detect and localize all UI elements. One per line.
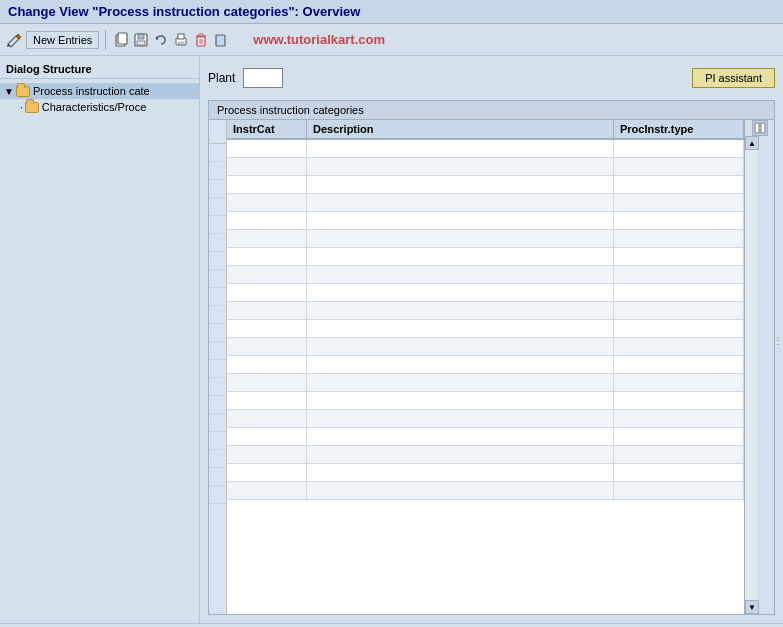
new-entries-label: New Entries — [33, 34, 92, 46]
table-cell — [614, 284, 744, 301]
svg-rect-13 — [216, 35, 225, 46]
table-row[interactable] — [227, 446, 744, 464]
table-cell — [227, 356, 307, 373]
row-selector[interactable] — [209, 216, 226, 234]
save-icon[interactable] — [133, 32, 149, 48]
table-row[interactable] — [227, 140, 744, 158]
table-row[interactable] — [227, 266, 744, 284]
pi-assistant-button[interactable]: PI assistant — [692, 68, 775, 88]
scroll-down-button[interactable]: ▼ — [745, 600, 759, 614]
main-area: Dialog Structure ▼ Process instruction c… — [0, 56, 783, 623]
table-cell — [227, 482, 307, 499]
sidebar-title: Dialog Structure — [0, 60, 199, 79]
table-row[interactable] — [227, 212, 744, 230]
print-icon[interactable] — [173, 32, 189, 48]
row-selector[interactable] — [209, 324, 226, 342]
svg-rect-1 — [118, 33, 127, 44]
row-selector[interactable] — [209, 360, 226, 378]
svg-rect-7 — [178, 42, 184, 44]
table-cell — [614, 140, 744, 157]
row-selector[interactable] — [209, 198, 226, 216]
table-row[interactable] — [227, 356, 744, 374]
table-row[interactable] — [227, 428, 744, 446]
table-row[interactable] — [227, 230, 744, 248]
table-row[interactable] — [227, 248, 744, 266]
undo-icon[interactable] — [153, 32, 169, 48]
row-selector[interactable] — [209, 270, 226, 288]
pencil-icon — [6, 32, 22, 48]
row-selector[interactable] — [209, 378, 226, 396]
row-selector[interactable] — [209, 180, 226, 198]
table-cell — [227, 284, 307, 301]
table-cell — [307, 428, 614, 445]
table-row[interactable] — [227, 320, 744, 338]
row-selector[interactable] — [209, 486, 226, 504]
copy-icon[interactable] — [113, 32, 129, 48]
table-scrollbar[interactable]: ▲ ▼ — [745, 136, 759, 614]
svg-rect-4 — [137, 41, 145, 45]
toolbar: New Entries www.tutorialkart.com — [0, 24, 783, 56]
table-row[interactable] — [227, 482, 744, 500]
table-cell — [614, 428, 744, 445]
table-row[interactable] — [227, 302, 744, 320]
row-selector[interactable] — [209, 306, 226, 324]
table-cell — [227, 176, 307, 193]
new-entries-button[interactable]: New Entries — [26, 31, 99, 49]
table-cell — [227, 212, 307, 229]
row-selector[interactable] — [209, 342, 226, 360]
row-selector[interactable] — [209, 144, 226, 162]
svg-rect-10 — [199, 34, 203, 36]
plant-label: Plant — [208, 71, 235, 85]
sidebar-item-characteristics[interactable]: · Characteristics/Proce — [0, 99, 199, 115]
table-cell — [614, 392, 744, 409]
table-cell — [227, 194, 307, 211]
table-cell — [227, 140, 307, 157]
table-cell — [614, 176, 744, 193]
row-selector[interactable] — [209, 432, 226, 450]
table-cell — [307, 248, 614, 265]
plant-input[interactable] — [243, 68, 283, 88]
table-row[interactable] — [227, 338, 744, 356]
table-row[interactable] — [227, 158, 744, 176]
delete-icon[interactable] — [193, 32, 209, 48]
table-cell — [614, 410, 744, 427]
table-header: InstrCat Description ProcInstr.type — [227, 120, 744, 140]
table-row[interactable] — [227, 410, 744, 428]
row-selector[interactable] — [209, 252, 226, 270]
table-row[interactable] — [227, 194, 744, 212]
table-cell — [307, 410, 614, 427]
table-row[interactable] — [227, 176, 744, 194]
row-selector[interactable] — [209, 396, 226, 414]
sidebar-item-label-1: Process instruction cate — [33, 85, 150, 97]
table-cell — [307, 176, 614, 193]
col-instrcat-header: InstrCat — [227, 120, 307, 138]
column-chooser-button[interactable] — [752, 120, 768, 136]
row-selector[interactable] — [209, 414, 226, 432]
table-cell — [227, 302, 307, 319]
table-row[interactable] — [227, 464, 744, 482]
row-selector[interactable] — [209, 450, 226, 468]
table-cell — [227, 266, 307, 283]
sidebar-item-process-instruction[interactable]: ▼ Process instruction cate — [0, 83, 199, 99]
row-selector[interactable] — [209, 234, 226, 252]
row-selector[interactable] — [209, 468, 226, 486]
row-selector[interactable] — [209, 288, 226, 306]
table-cell — [307, 266, 614, 283]
table-row[interactable] — [227, 392, 744, 410]
table-cell — [307, 158, 614, 175]
separator1 — [105, 30, 107, 50]
table-row[interactable] — [227, 284, 744, 302]
row-selector[interactable] — [209, 162, 226, 180]
table-cell — [307, 302, 614, 319]
table-row[interactable] — [227, 374, 744, 392]
scroll-up-button[interactable]: ▲ — [745, 136, 759, 150]
svg-rect-14 — [755, 123, 759, 133]
table-cell — [614, 464, 744, 481]
watermark-text: www.tutorialkart.com — [253, 32, 385, 47]
table-cell — [614, 338, 744, 355]
table-cell — [614, 446, 744, 463]
table-cell — [307, 464, 614, 481]
table-cell — [307, 338, 614, 355]
table-cell — [227, 320, 307, 337]
copy2-icon[interactable] — [213, 32, 229, 48]
